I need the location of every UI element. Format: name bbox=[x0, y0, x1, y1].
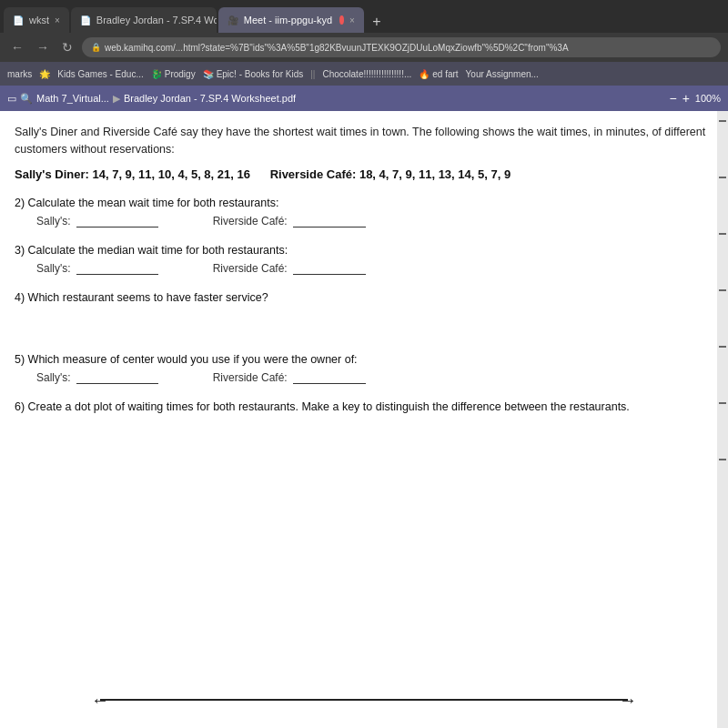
zoom-plus-button[interactable]: + bbox=[682, 91, 690, 106]
intro-text: Sally's Diner and Riverside Café say the… bbox=[15, 124, 713, 158]
riverside-data: 18, 4, 7, 9, 11, 13, 14, 5, 7, 9 bbox=[359, 167, 511, 181]
sallys-data: 14, 7, 9, 11, 10, 4, 5, 8, 21, 16 bbox=[92, 167, 249, 181]
q3-riverside-input[interactable] bbox=[293, 262, 366, 275]
q5-sallys-label: Sally's: bbox=[36, 371, 71, 384]
bookmark-marks-label: marks bbox=[7, 69, 32, 79]
marker-1 bbox=[719, 120, 726, 122]
tab-bradley-icon: 📄 bbox=[80, 15, 91, 25]
marker-6 bbox=[719, 402, 726, 404]
bookmark-edfart-label: ed fart bbox=[432, 69, 458, 79]
address-input[interactable]: 🔒 web.kamihq.com/...html?state=%7B"ids"%… bbox=[82, 37, 721, 57]
forward-button[interactable]: → bbox=[33, 40, 53, 55]
breadcrumb-file[interactable]: Bradley Jordan - 7.SP.4 Worksheet.pdf bbox=[124, 93, 296, 104]
q5-riverside-input[interactable] bbox=[293, 371, 366, 384]
marker-4 bbox=[719, 289, 726, 291]
question-2-block: 2) Calculate the mean wait time for both… bbox=[15, 197, 713, 228]
tab-bradley[interactable]: 📄 Bradley Jordan - 7.SP.4 Worksh... × bbox=[71, 7, 217, 33]
q5-riverside-group: Riverside Café: bbox=[213, 371, 366, 384]
bookmark-prodigy[interactable]: 🐉 Prodigy bbox=[151, 69, 196, 79]
recording-dot bbox=[339, 15, 344, 25]
tab-meet-icon: 🎥 bbox=[228, 15, 238, 25]
marker-7 bbox=[719, 459, 726, 460]
bookmark-epic[interactable]: 📚 Epic! - Books for Kids bbox=[203, 69, 304, 79]
q5-answer-row: Sally's: Riverside Café: bbox=[15, 371, 713, 384]
new-tab-button[interactable]: + bbox=[366, 11, 388, 33]
bookmark-assignments[interactable]: Your Assignmen... bbox=[466, 69, 539, 79]
q3-answer-row: Sally's: Riverside Café: bbox=[15, 262, 713, 275]
sallys-label: Sally's Diner: bbox=[15, 167, 89, 181]
right-markers bbox=[717, 111, 728, 728]
tab-icon-small: ▭ bbox=[7, 93, 16, 105]
tab-meet-close[interactable]: × bbox=[349, 15, 355, 25]
tab-wkst-label: wkst bbox=[29, 15, 49, 25]
breadcrumb-home[interactable]: Math 7_Virtual... bbox=[36, 93, 109, 104]
bookmark-kids-games[interactable]: Kids Games - Educ... bbox=[57, 69, 143, 79]
dot-plot-arrow-area: ← → bbox=[18, 699, 710, 701]
q2-sallys-group: Sally's: bbox=[36, 215, 158, 228]
tab-bar: 📄 wkst × 📄 Bradley Jordan - 7.SP.4 Works… bbox=[0, 0, 728, 33]
zoom-level: 100% bbox=[695, 93, 721, 104]
bookmark-prodigy-label: Prodigy bbox=[165, 69, 196, 79]
bookmark-chocolate-label: Chocolate!!!!!!!!!!!!!!!!... bbox=[322, 69, 411, 79]
q5-sallys-input[interactable] bbox=[76, 371, 158, 384]
q2-riverside-label: Riverside Café: bbox=[213, 215, 288, 228]
arrow-right-icon: → bbox=[619, 691, 637, 709]
breadcrumb-bar: ▭ 🔍 Math 7_Virtual... ▶ Bradley Jordan -… bbox=[0, 86, 728, 111]
bookmark-epic-label: Epic! - Books for Kids bbox=[217, 69, 304, 79]
tab-wkst-close[interactable]: × bbox=[55, 15, 60, 25]
q3-label: 3) Calculate the median wait time for bo… bbox=[15, 244, 713, 257]
search-icon: 🔍 bbox=[20, 93, 33, 105]
reload-button[interactable]: ↻ bbox=[58, 40, 76, 55]
tab-wkst[interactable]: 📄 wkst × bbox=[4, 7, 69, 33]
bookmark-edfart[interactable]: 🔥 ed fart bbox=[419, 69, 458, 79]
browser-frame: 📄 wkst × 📄 Bradley Jordan - 7.SP.4 Works… bbox=[0, 0, 728, 728]
q3-sallys-group: Sally's: bbox=[36, 262, 158, 275]
q4-label: 4) Which restaurant seems to have faster… bbox=[15, 291, 713, 304]
q2-riverside-input[interactable] bbox=[293, 215, 366, 228]
bookmark-chocolate[interactable]: Chocolate!!!!!!!!!!!!!!!!... bbox=[322, 69, 411, 79]
marker-5 bbox=[719, 346, 726, 348]
q3-sallys-label: Sally's: bbox=[36, 262, 71, 275]
q3-riverside-group: Riverside Café: bbox=[213, 262, 366, 275]
bookmark-marks[interactable]: marks bbox=[7, 69, 32, 79]
q5-riverside-label: Riverside Café: bbox=[213, 371, 288, 384]
arrow-left-icon: ← bbox=[91, 691, 109, 709]
marker-3 bbox=[719, 233, 726, 235]
q5-sallys-group: Sally's: bbox=[36, 371, 158, 384]
zoom-minus-button[interactable]: − bbox=[669, 91, 676, 106]
dot-plot-arrow-line: ← → bbox=[100, 699, 628, 701]
address-text: web.kamihq.com/...html?state=%7B"ids"%3A… bbox=[105, 43, 569, 53]
q5-label: 5) Which measure of center would you use… bbox=[15, 353, 713, 366]
tab-bradley-label: Bradley Jordan - 7.SP.4 Worksh... bbox=[96, 15, 217, 25]
q3-riverside-label: Riverside Café: bbox=[213, 262, 288, 275]
q2-sallys-label: Sally's: bbox=[36, 215, 71, 228]
data-line: Sally's Diner: 14, 7, 9, 11, 10, 4, 5, 8… bbox=[15, 166, 713, 185]
bookmark-kids-games-label: Kids Games - Educ... bbox=[57, 69, 143, 79]
tab-meet[interactable]: 🎥 Meet - iim-ppgu-kyd × bbox=[218, 7, 364, 33]
q2-label: 2) Calculate the mean wait time for both… bbox=[15, 197, 713, 209]
back-button[interactable]: ← bbox=[7, 40, 27, 55]
bookmarks-bar: marks 🌟 Kids Games - Educ... 🐉 Prodigy 📚… bbox=[0, 62, 728, 86]
q6-label: 6) Create a dot plot of waiting times fo… bbox=[15, 400, 713, 413]
question-3-block: 3) Calculate the median wait time for bo… bbox=[15, 244, 713, 275]
bookmark-assignments-label: Your Assignmen... bbox=[466, 69, 539, 79]
riverside-label: Riverside Café: bbox=[270, 167, 357, 181]
question-6-block: 6) Create a dot plot of waiting times fo… bbox=[15, 400, 713, 413]
zoom-controls: − + 100% bbox=[669, 91, 721, 106]
q2-answer-row: Sally's: Riverside Café: bbox=[15, 215, 713, 228]
question-5-block: 5) Which measure of center would you use… bbox=[15, 353, 713, 384]
tab-meet-label: Meet - iim-ppgu-kyd bbox=[244, 15, 332, 25]
tab-wkst-icon: 📄 bbox=[13, 15, 24, 25]
address-bar-row: ← → ↻ 🔒 web.kamihq.com/...html?state=%7B… bbox=[0, 33, 728, 62]
q4-answer-space bbox=[15, 309, 713, 337]
lock-icon: 🔒 bbox=[91, 43, 101, 52]
page-content: Sally's Diner and Riverside Café say the… bbox=[0, 111, 728, 728]
q3-sallys-input[interactable] bbox=[76, 262, 158, 275]
breadcrumb-separator: ▶ bbox=[113, 93, 120, 105]
marker-2 bbox=[719, 177, 726, 178]
q2-riverside-group: Riverside Café: bbox=[213, 215, 366, 228]
q2-sallys-input[interactable] bbox=[76, 215, 158, 228]
question-4-block: 4) Which restaurant seems to have faster… bbox=[15, 291, 713, 337]
